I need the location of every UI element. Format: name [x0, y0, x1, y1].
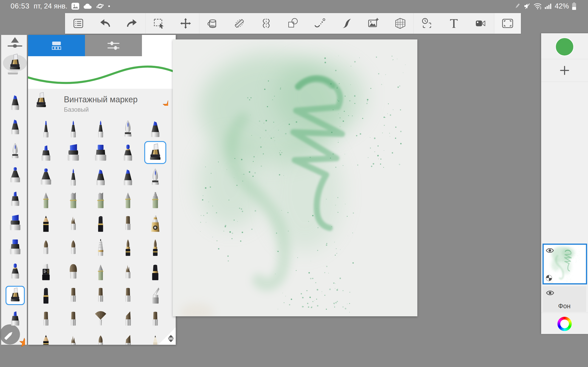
- brush-brush-point[interactable]: [117, 236, 139, 259]
- brush-stick-black[interactable]: [35, 284, 57, 307]
- tool-import-image-button[interactable]: [360, 13, 387, 34]
- tool-ruler-button[interactable]: [226, 13, 253, 34]
- layer-background[interactable]: Фон: [543, 286, 586, 312]
- brush-brush-flat[interactable]: [35, 308, 57, 331]
- brush-marker-cone[interactable]: [117, 165, 139, 188]
- tool-transform-button[interactable]: [172, 13, 199, 34]
- brush-brush-round-icon: [92, 334, 109, 345]
- sidebar-brush-vintage-marker[interactable]: [6, 286, 25, 305]
- brush-mech-pencil[interactable]: [90, 236, 112, 259]
- brush-name: Винтажный маркер: [64, 95, 138, 104]
- brush-pencil-icon: [38, 215, 54, 235]
- brush-brush-mop[interactable]: [62, 261, 84, 284]
- tool-undo-button[interactable]: [92, 13, 119, 34]
- brush-marker-cone[interactable]: [90, 165, 112, 188]
- brush-stick-black[interactable]: [90, 212, 112, 235]
- sidebar-brush-marker-chisel-wide[interactable]: [6, 214, 25, 233]
- sidebar-brush-marker-chisel-block[interactable]: [6, 238, 25, 257]
- brush-brush-flat[interactable]: [144, 308, 166, 331]
- brush-charcoal-point[interactable]: [35, 189, 57, 211]
- brush-brush-point[interactable]: [144, 236, 166, 259]
- checkerboard-icon[interactable]: [545, 275, 552, 282]
- brush-brush-fan[interactable]: [90, 308, 112, 331]
- canvas[interactable]: [173, 40, 417, 316]
- tool-perspective-button[interactable]: [387, 13, 414, 34]
- tool-text-button[interactable]: [440, 13, 467, 34]
- sidebar-brush-marker-cone[interactable]: [6, 118, 25, 137]
- layers-panel: Фон: [541, 33, 588, 334]
- brush-marker-chisel-wide[interactable]: [62, 141, 84, 164]
- brush-charcoal-point[interactable]: [90, 261, 112, 284]
- brush-blade[interactable]: [144, 284, 166, 307]
- add-layer-button[interactable]: [541, 59, 588, 81]
- current-color-swatch[interactable]: [555, 37, 574, 56]
- brush-charcoal-point[interactable]: [117, 189, 139, 211]
- tool-stroke-style-button[interactable]: [333, 13, 360, 34]
- sidebar-brush-highlighter[interactable]: [6, 166, 25, 186]
- brush-brush-round[interactable]: [62, 236, 84, 259]
- brush-brush-angled[interactable]: [117, 308, 139, 331]
- sidebar-brush-marker-cone[interactable]: [6, 93, 25, 113]
- sidebar-brush-nib[interactable]: [6, 142, 25, 161]
- tool-selection-button[interactable]: [146, 13, 173, 34]
- brush-marker-cone[interactable]: [144, 117, 166, 140]
- tool-fullscreen-button[interactable]: [494, 13, 521, 34]
- brush-nib[interactable]: [117, 117, 139, 140]
- brush-marker-chisel-block[interactable]: [90, 141, 112, 164]
- tool-symmetry-button[interactable]: [253, 13, 280, 34]
- tool-time-lapse-button[interactable]: [414, 13, 441, 34]
- brush-smudge[interactable]: [144, 261, 166, 284]
- brush-tool-pattern[interactable]: [35, 261, 57, 284]
- sidebar-brush-marker-chisel[interactable]: [6, 190, 25, 209]
- sidebar-brush-marker-round-cap[interactable]: [6, 262, 25, 282]
- tab-brush-settings[interactable]: [85, 35, 142, 56]
- eye-icon[interactable]: [546, 290, 554, 296]
- mute-icon: [524, 3, 530, 9]
- brush-marker-chisel[interactable]: [35, 141, 57, 164]
- color-wheel-icon[interactable]: [557, 317, 572, 331]
- brush-highlighter[interactable]: [35, 165, 57, 188]
- brush-brush-spiky[interactable]: [62, 332, 84, 345]
- brush-charcoal-point-icon: [92, 263, 109, 284]
- brush-airbrush[interactable]: [144, 212, 166, 235]
- layer-paint-selected[interactable]: [543, 244, 587, 284]
- current-brush-preview[interactable]: [3, 53, 27, 73]
- tool-screen-record-button[interactable]: [467, 13, 494, 34]
- brush-brush-flat[interactable]: [90, 284, 112, 307]
- brush-pencil[interactable]: [35, 332, 57, 345]
- brush-marker-chisel-icon: [6, 190, 25, 209]
- brush-brush-round[interactable]: [35, 236, 57, 259]
- tool-predictive-stroke-button[interactable]: [306, 13, 333, 34]
- brush-brush-spiky[interactable]: [62, 212, 84, 235]
- brush-vintage-marker[interactable]: [144, 141, 166, 164]
- brush-brush-flat-icon: [120, 215, 136, 235]
- brush-pen-fine[interactable]: [35, 117, 57, 140]
- brush-brush-flat[interactable]: [62, 284, 84, 307]
- tool-shapes-button[interactable]: [279, 13, 306, 34]
- brush-pen-brush[interactable]: [90, 117, 112, 140]
- brush-brush-flat[interactable]: [62, 308, 84, 331]
- brush-charcoal-block[interactable]: [90, 189, 112, 211]
- scrolled-brush-partial[interactable]: [8, 72, 18, 74]
- favorite-star-button[interactable]: [157, 94, 168, 106]
- brush-pen-brush[interactable]: [62, 165, 84, 188]
- tool-fill-button[interactable]: [199, 13, 226, 34]
- tab-brush-library[interactable]: [28, 35, 85, 56]
- brush-pen-brush[interactable]: [62, 117, 84, 140]
- brush-brush-spiky[interactable]: [117, 261, 139, 284]
- tool-layout-menu-button[interactable]: [65, 13, 92, 34]
- brush-brush-round[interactable]: [90, 332, 112, 345]
- brush-pencil[interactable]: [35, 212, 57, 235]
- brush-brush-flat[interactable]: [117, 212, 139, 235]
- brush-charcoal-block[interactable]: [62, 189, 84, 211]
- brush-nozzle[interactable]: [144, 189, 166, 211]
- brush-strip: [1, 35, 27, 345]
- brush-size-slider[interactable]: [7, 37, 23, 50]
- brush-brush-flat[interactable]: [117, 284, 139, 307]
- sidebar-brush-marker-chisel[interactable]: [6, 309, 25, 329]
- tool-redo-button[interactable]: [119, 13, 145, 34]
- brush-marker-round-cap[interactable]: [117, 141, 139, 164]
- brush-brush-angled[interactable]: [117, 332, 139, 345]
- eye-icon[interactable]: [545, 247, 554, 254]
- brush-nib[interactable]: [144, 165, 166, 188]
